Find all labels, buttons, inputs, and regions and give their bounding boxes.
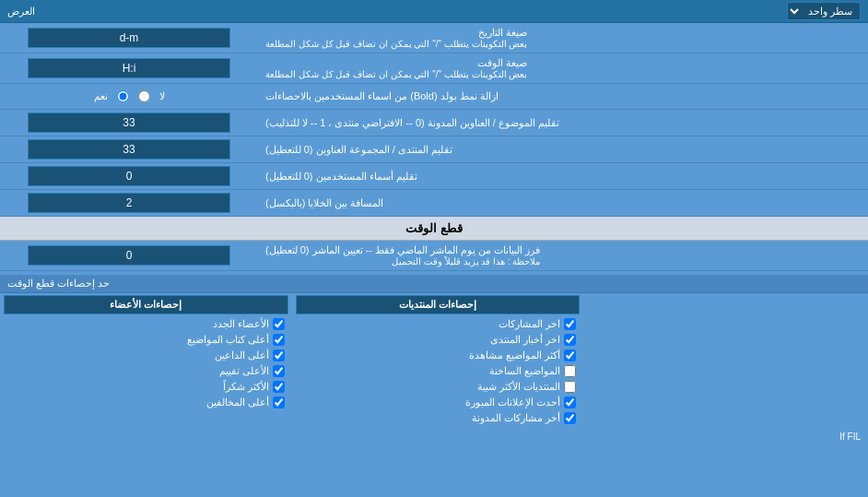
stats-member-label-2: أعلى كتاب المواضيع [187,334,269,346]
date-format-input-cell [0,23,258,53]
yes-label: نعم [94,90,108,102]
stats-member-item-4: الأعلى تقييم [4,363,288,379]
time-format-label: صيغة الوقت بعض التكوينات يتطلب "/" التي … [258,53,868,83]
stats-item-5: المنتديات الأكثر شبية [296,379,581,395]
realtime-section-header: قطع الوقت [0,217,868,241]
topic-title-row: تقليم الموضوع / العناوين المدونة (0 -- ا… [0,110,868,136]
stats-col-members: إحصاءات الأعضاء الأعضاء الجدد أعلى كتاب … [0,293,292,428]
stats-checkbox-7[interactable] [564,412,576,424]
stats-checkbox-3[interactable] [564,349,576,361]
bold-remove-label: ازالة نمط بولد (Bold) من اسماء المستخدمي… [258,84,868,109]
stats-member-label-3: أعلى الداعين [215,349,269,361]
topbar-right-label: العرض [7,6,35,18]
stats-checkbox-2[interactable] [564,334,576,346]
stats-member-checkbox-3[interactable] [273,349,285,361]
stats-columns: إحصاءات المنتديات اخر المشاركات اخر أخبا… [0,293,868,428]
stats-col-forums-header: إحصاءات المنتديات [296,295,581,314]
stats-label-7: أخر مشاركات المدونة [472,412,560,424]
stats-member-item-3: أعلى الداعين [4,348,288,363]
realtime-label: فرز البيانات من يوم الماشر الماضي فقط --… [258,241,868,270]
stats-col-forums: إحصاءات المنتديات اخر المشاركات اخر أخبا… [292,293,584,428]
stats-label-3: أكثر المواضيع مشاهدة [469,349,560,361]
stats-label-6: أحدث الإعلانات المبورة [465,396,560,408]
stats-checkbox-4[interactable] [564,365,576,377]
bold-no-radio[interactable] [138,90,150,102]
stats-item-6: أحدث الإعلانات المبورة [296,395,581,410]
stats-member-item-1: الأعضاء الجدد [4,316,288,332]
cell-spacing-label: المسافة بين الخلايا (بالبكسل) [258,190,868,216]
stats-checkbox-6[interactable] [564,396,576,408]
bottom-text-row: If FIL [0,428,868,445]
date-format-label: صيغة التاريخ بعض التكوينات يتطلب "/" الت… [258,23,868,53]
stats-checkbox-1[interactable] [564,318,576,330]
topic-title-input[interactable] [28,112,230,133]
limit-label: حد إحصاءات قطع الوقت [7,278,110,290]
stats-label-2: اخر أخبار المنتدى [490,334,560,346]
stats-right-space [583,293,868,428]
date-format-row: صيغة التاريخ بعض التكوينات يتطلب "/" الت… [0,23,868,53]
stats-member-label-4: الأعلى تقييم [219,365,269,377]
stats-col-members-header: إحصاءات الأعضاء [4,295,288,314]
usernames-row: تقليم أسماء المستخدمين (0 للتعطيل) [0,163,868,190]
time-format-input[interactable] [28,58,230,78]
view-select[interactable]: سطر واحد سطرين ثلاثة أسطر [787,2,861,20]
stats-member-label-6: أعلى المخالفين [206,396,269,408]
bold-yes-radio[interactable] [117,90,129,102]
bottom-text: If FIL [839,432,861,442]
stats-member-checkbox-1[interactable] [273,318,285,330]
forum-title-input[interactable] [28,139,230,160]
stats-member-item-5: الأكثر شكراً [4,379,288,395]
stats-checkbox-5[interactable] [564,381,576,393]
cell-spacing-input[interactable] [28,193,230,213]
no-label: لا [159,90,165,102]
forum-title-label: تقليم المنتدى / المجموعة العناوين (0 للت… [258,136,868,162]
stats-member-checkbox-4[interactable] [273,365,285,377]
stats-item-4: المواضيع الساخنة [296,363,581,379]
forum-title-row: تقليم المنتدى / المجموعة العناوين (0 للت… [0,136,868,163]
topbar: سطر واحد سطرين ثلاثة أسطر العرض [0,0,868,23]
stats-item-1: اخر المشاركات [296,316,581,332]
stats-member-item-6: أعلى المخالفين [4,395,288,410]
stats-section: حد إحصاءات قطع الوقت إحصاءات المنتديات ا… [0,271,868,449]
topbar-left[interactable]: سطر واحد سطرين ثلاثة أسطر [787,2,861,20]
realtime-input-cell [0,241,258,270]
stats-item-3: أكثر المواضيع مشاهدة [296,348,581,363]
bold-remove-options: لا نعم [0,84,258,109]
usernames-input[interactable] [28,166,230,186]
realtime-input[interactable] [28,245,230,266]
stats-member-checkbox-6[interactable] [273,396,285,408]
topic-title-input-cell [0,110,258,136]
stats-member-checkbox-5[interactable] [273,381,285,393]
stats-item-7: أخر مشاركات المدونة [296,410,581,426]
usernames-input-cell [0,163,258,189]
realtime-row: فرز البيانات من يوم الماشر الماضي فقط --… [0,241,868,271]
stats-item-2: اخر أخبار المنتدى [296,332,581,348]
cell-spacing-input-cell [0,190,258,216]
time-format-input-cell [0,53,258,83]
topic-title-label: تقليم الموضوع / العناوين المدونة (0 -- ا… [258,110,868,136]
usernames-label: تقليم أسماء المستخدمين (0 للتعطيل) [258,163,868,189]
forum-title-input-cell [0,136,258,162]
stats-member-label-5: الأكثر شكراً [223,381,269,393]
cell-spacing-row: المسافة بين الخلايا (بالبكسل) [0,190,868,217]
stats-member-checkbox-2[interactable] [273,334,285,346]
bold-remove-row: ازالة نمط بولد (Bold) من اسماء المستخدمي… [0,84,868,110]
stats-label-5: المنتديات الأكثر شبية [477,381,560,393]
stats-member-item-2: أعلى كتاب المواضيع [4,332,288,348]
stats-label-4: المواضيع الساخنة [489,365,560,377]
date-format-input[interactable] [28,28,230,48]
time-format-row: صيغة الوقت بعض التكوينات يتطلب "/" التي … [0,53,868,84]
stats-label-1: اخر المشاركات [499,318,560,330]
stats-member-label-1: الأعضاء الجدد [213,318,269,330]
limit-row: حد إحصاءات قطع الوقت [0,275,868,293]
